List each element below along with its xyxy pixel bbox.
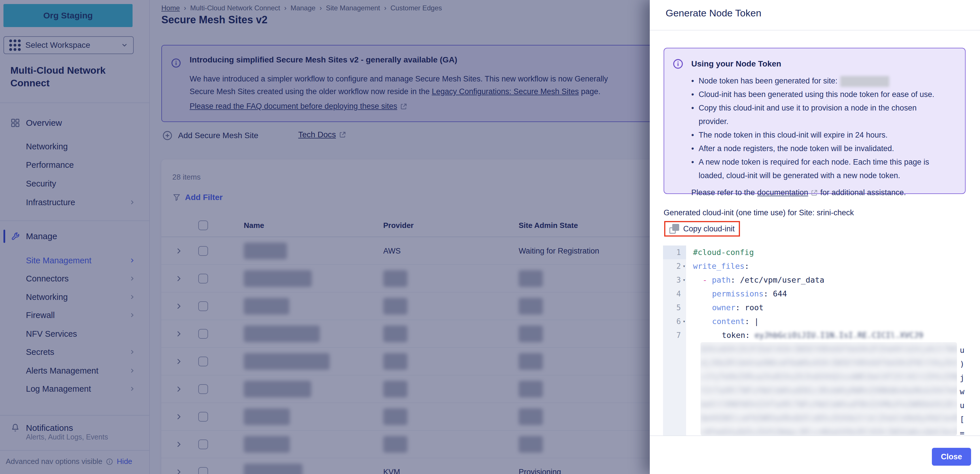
fold-icon[interactable]: ▾	[682, 315, 686, 328]
code-line: #cloud-config	[693, 246, 754, 259]
code-gutter: 1 2▾ 3▾ 4 5 6▾ 7	[663, 246, 686, 436]
code-line: write_files:	[693, 259, 749, 273]
code-key: write_files	[693, 262, 745, 271]
token-line-endings: u ) j w u [ =	[956, 343, 964, 436]
line-number: 3▾	[663, 273, 686, 287]
code-value: |	[754, 317, 759, 326]
line-number: 1	[663, 246, 686, 259]
code-value: /etc/vpm/user_data	[740, 276, 824, 284]
info-bullet: Copy this cloud-init and use it to provi…	[698, 101, 945, 128]
panel-footer-divider	[650, 436, 980, 436]
code-line: token: eyJhbGciOiJIU.I1N.IsI.RE.CICIl.XV…	[693, 328, 923, 342]
line-number: 7	[663, 328, 686, 342]
copy-button-label: Copy cloud-init	[683, 225, 735, 233]
fold-icon[interactable]: ▾	[682, 273, 686, 287]
code-line: owner: root	[693, 301, 764, 315]
info-bullet: A new node token is required for each no…	[698, 155, 945, 182]
code-key-token: token:	[722, 331, 755, 339]
info-bullet: The node token in this cloud-init will e…	[698, 128, 888, 142]
info-icon	[672, 58, 684, 70]
cloud-init-code-block: 1 2▾ 3▾ 4 5 6▾ 7 #cloud-config write_fil…	[663, 246, 969, 436]
info-bullet: After a node registers, the node token w…	[698, 142, 894, 155]
copy-highlight-annotation: Copy cloud-init	[664, 221, 740, 236]
modal-dim-overlay[interactable]	[0, 0, 651, 474]
cloud-init-heading: Generated cloud-init (one time use) for …	[663, 208, 854, 217]
code-key: path	[712, 276, 731, 284]
panel-body: Generate Node Token Using your Node Toke…	[650, 0, 980, 436]
line-number: 2▾	[663, 259, 686, 273]
token-value-redacted: eyJhbGciOiJIU.I1N.IsI.RE.CICIl.XVCJ9	[755, 331, 923, 339]
copy-cloud-init-button[interactable]: Copy cloud-init	[669, 224, 735, 234]
code-key: permissions	[712, 289, 764, 298]
code-value: root	[745, 303, 764, 312]
line-number: 5	[663, 301, 686, 315]
token-redacted-block: Q3VzdG9tZXJFZGdlVG9rZW5EYXRhUGF5bG9hZFZh…	[700, 342, 957, 436]
fold-icon[interactable]: ▾	[682, 259, 686, 273]
code-line: content: |	[693, 315, 759, 328]
code-key: content	[712, 317, 745, 326]
copy-icon	[669, 224, 679, 234]
info-bullet: Node token has been generated for site:	[698, 74, 889, 88]
code-text: :	[764, 289, 773, 298]
app: Org Staging Select Workspace Multi-Cloud…	[0, 0, 980, 474]
code-text: :	[735, 303, 745, 312]
panel-header-divider	[650, 30, 980, 30]
info-box-body: •Node token has been generated for site:…	[691, 74, 945, 200]
external-link-icon	[811, 189, 818, 197]
info-bullet-text: Node token has been generated for site:	[698, 76, 837, 85]
code-line: permissions: 644	[693, 287, 787, 301]
code-text: :	[745, 262, 749, 271]
node-token-info-box: Using your Node Token •Node token has be…	[663, 48, 966, 194]
close-button-label: Close	[941, 452, 962, 461]
info-box-title: Using your Node Token	[691, 59, 781, 68]
code-value: 644	[773, 289, 787, 298]
line-number: 4	[663, 287, 686, 301]
code-dash: -	[703, 276, 712, 284]
info-bullet: Cloud-init has been generated using this…	[698, 88, 934, 101]
code-key: owner	[712, 303, 735, 312]
code-comment: #cloud-config	[693, 248, 754, 257]
close-button[interactable]: Close	[932, 448, 971, 466]
line-number: 6▾	[663, 315, 686, 328]
site-name-redacted	[840, 76, 889, 87]
documentation-link[interactable]: documentation	[757, 186, 808, 200]
code-line: - path: /etc/vpm/user_data	[693, 273, 824, 287]
info-footer-text: for additional assistance.	[820, 186, 906, 200]
generate-node-token-panel: Generate Node Token Using your Node Toke…	[650, 0, 980, 474]
code-text: :	[731, 276, 740, 284]
code-text: :	[745, 317, 754, 326]
info-footer-text: Please refer to the	[691, 186, 755, 200]
panel-title: Generate Node Token	[666, 8, 761, 19]
